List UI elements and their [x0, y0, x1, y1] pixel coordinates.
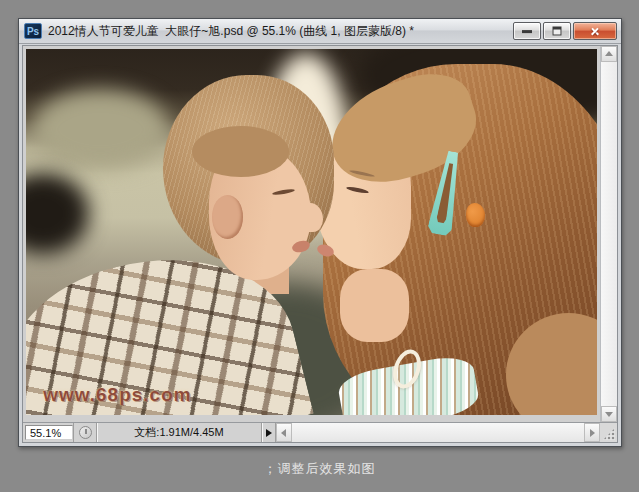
document-info-label: 文档:1.91M/4.45M [134, 425, 223, 440]
watermark: www.68ps.com [43, 384, 192, 406]
vertical-scrollbar[interactable] [600, 46, 617, 422]
photoshop-app-icon-label: Ps [27, 26, 39, 37]
scroll-left-button[interactable] [276, 423, 292, 442]
minimize-button[interactable] [513, 22, 541, 40]
document-content-area: www.68ps.com 55.1% 文档:1.91M/4.45M [22, 45, 618, 443]
photo-art-boy-ear [212, 195, 243, 239]
photo-art-boy-nose [300, 203, 323, 232]
photo-canvas[interactable]: www.68ps.com [26, 49, 597, 415]
status-options-arrow-icon [266, 429, 272, 437]
scroll-left-icon [281, 429, 286, 437]
photo-art-girl-neck [340, 269, 409, 342]
document-status-icon [79, 426, 92, 439]
scroll-down-icon [605, 412, 613, 417]
photo-art-dark-blob-left [26, 173, 89, 254]
photo-art-orange-hair-tie [466, 203, 485, 227]
canvas-pasteboard: www.68ps.com [23, 46, 600, 422]
horizontal-scrollbar[interactable] [276, 423, 600, 442]
restore-icon [553, 27, 562, 36]
close-button[interactable] [573, 22, 617, 40]
status-icon-cell[interactable] [73, 423, 97, 442]
scroll-up-icon [605, 51, 613, 56]
photo-art-grass-top-left [32, 89, 169, 170]
minimize-icon [522, 30, 532, 33]
window-title: 2012情人节可爱儿童 大眼仔~旭.psd @ 55.1% (曲线 1, 图层蒙… [48, 23, 507, 40]
document-info: 文档:1.91M/4.45M [97, 423, 262, 442]
photo-art-boy-fringe [192, 126, 289, 177]
scroll-up-button[interactable] [601, 46, 617, 62]
resize-grip[interactable] [600, 423, 617, 442]
scroll-right-button[interactable] [584, 423, 600, 442]
caption-text: ；调整后效果如图 [0, 460, 639, 478]
scroll-down-button[interactable] [601, 406, 617, 422]
photoshop-app-icon: Ps [24, 23, 42, 39]
status-bar: 55.1% 文档:1.91M/4.45M [23, 422, 617, 442]
zoom-level-field[interactable]: 55.1% [25, 425, 73, 440]
vertical-scroll-track[interactable] [601, 62, 617, 406]
restore-button[interactable] [543, 22, 571, 40]
photoshop-document-window: Ps 2012情人节可爱儿童 大眼仔~旭.psd @ 55.1% (曲线 1, … [18, 18, 622, 447]
scroll-right-icon [590, 429, 595, 437]
titlebar[interactable]: Ps 2012情人节可爱儿童 大眼仔~旭.psd @ 55.1% (曲线 1, … [19, 19, 621, 44]
window-controls [513, 22, 617, 40]
close-icon [590, 26, 601, 37]
horizontal-scroll-track[interactable] [292, 423, 584, 442]
status-options-button[interactable] [262, 423, 276, 442]
